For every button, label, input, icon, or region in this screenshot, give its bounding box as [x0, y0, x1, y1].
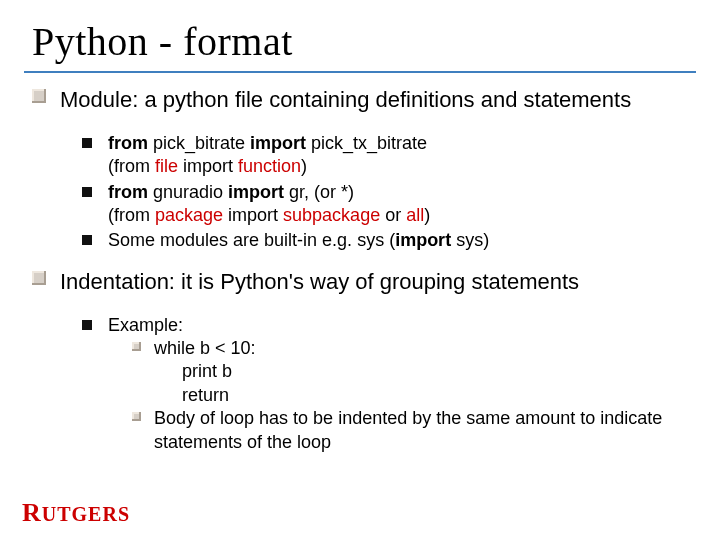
square-bullet-icon	[132, 412, 141, 421]
highlight: file	[155, 156, 178, 176]
highlight: all	[406, 205, 424, 225]
example-sublist: while b < 10: print b return Body of loo…	[108, 337, 688, 454]
code-line: print b	[182, 360, 688, 383]
keyword: from	[108, 133, 148, 153]
square-bullet-icon	[82, 187, 92, 197]
square-bullet-icon	[82, 235, 92, 245]
list-item: Some modules are built-in e.g. sys (impo…	[82, 229, 688, 252]
indent-heading: Indentation: it is Python's way of group…	[60, 269, 579, 294]
keyword: import	[228, 182, 284, 202]
loop-body: print b return	[154, 360, 688, 407]
module-sublist: from pick_bitrate import pick_tx_bitrate…	[32, 126, 688, 253]
keyword: from	[108, 182, 148, 202]
keyword: import	[395, 230, 451, 250]
list-item: from gnuradio import gr, (or *) (from pa…	[82, 181, 688, 228]
code-line: return	[182, 384, 688, 407]
slide: Python - format Module: a python file co…	[0, 0, 720, 540]
example-label: Example:	[108, 315, 183, 335]
square-bullet-icon	[82, 138, 92, 148]
square-bullet-icon	[132, 342, 141, 351]
code-line: while b < 10:	[154, 338, 256, 358]
title-rule	[24, 71, 696, 73]
indent-note: Body of loop has to be indented by the s…	[154, 408, 662, 451]
indent-sublist: Example: while b < 10: print b return Bo…	[32, 308, 688, 454]
slide-title: Python - format	[32, 18, 688, 65]
list-item: from pick_bitrate import pick_tx_bitrate…	[82, 132, 688, 179]
rutgers-logo: RUTGERS	[22, 498, 130, 528]
highlight: subpackage	[283, 205, 380, 225]
list-item: while b < 10: print b return	[132, 337, 688, 407]
square-bullet-icon	[32, 89, 46, 103]
list-item: Body of loop has to be indented by the s…	[132, 407, 688, 454]
highlight: function	[238, 156, 301, 176]
bullet-module: Module: a python file containing definit…	[32, 87, 688, 114]
highlight: package	[155, 205, 223, 225]
list-item: Example: while b < 10: print b return Bo…	[82, 314, 688, 454]
module-heading: Module: a python file containing definit…	[60, 87, 631, 112]
bullet-indentation: Indentation: it is Python's way of group…	[32, 269, 688, 296]
keyword: import	[250, 133, 306, 153]
square-bullet-icon	[32, 271, 46, 285]
spacer	[32, 255, 688, 269]
square-bullet-icon	[82, 320, 92, 330]
